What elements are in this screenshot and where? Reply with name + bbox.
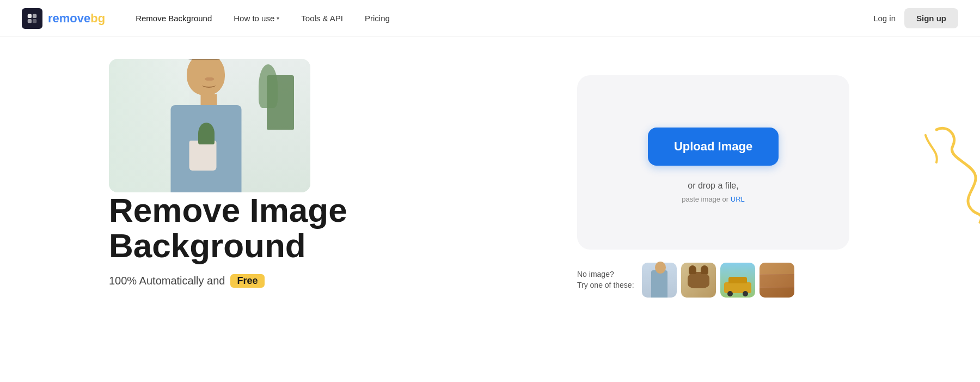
nav-pricing[interactable]: Pricing [356,9,399,27]
sample-thumb-person[interactable] [642,263,677,298]
signup-button[interactable]: Sign up [904,8,958,28]
logo-text: removebg [48,11,105,26]
right-section: Upload Image or drop a file, paste image… [577,75,849,298]
sample-thumb-car[interactable] [720,263,755,298]
hero-image [109,59,310,192]
nav-remove-background[interactable]: Remove Background [127,9,220,27]
url-link[interactable]: URL [731,195,745,203]
nav-right: Log in Sign up [873,8,958,28]
logo[interactable]: removebg [22,8,105,29]
sample-label: No image? Try one of these: [577,269,634,290]
sample-images [642,263,794,298]
nav-how-to-use[interactable]: How to use ▾ [225,9,288,27]
drop-text: or drop a file, [688,181,738,191]
svg-rect-3 [33,19,36,22]
nav-tools-api[interactable]: Tools & API [292,9,352,27]
login-button[interactable]: Log in [873,14,896,23]
sample-thumb-wood[interactable] [759,263,794,298]
svg-rect-2 [28,19,32,22]
logo-icon [22,8,42,29]
sample-section: No image? Try one of these: [577,263,849,298]
chevron-down-icon: ▾ [277,15,279,21]
subheading: 100% Automatically and Free [109,274,534,288]
upload-dropzone[interactable]: Upload Image or drop a file, paste image… [577,75,849,250]
svg-rect-1 [33,14,36,17]
svg-rect-0 [28,14,32,17]
nav-links: Remove Background How to use ▾ Tools & A… [127,9,873,27]
upload-image-button[interactable]: Upload Image [648,128,779,166]
left-section: Remove Image Background 100% Automatical… [109,59,534,288]
main-content: Remove Image Background 100% Automatical… [0,37,980,298]
paste-text: paste image or URL [682,195,745,203]
navbar: removebg Remove Background How to use ▾ … [0,0,980,37]
sample-thumb-dog[interactable] [681,263,716,298]
decorative-squiggle [838,119,980,239]
page-title: Remove Image Background [109,192,534,263]
free-badge: Free [230,274,264,288]
